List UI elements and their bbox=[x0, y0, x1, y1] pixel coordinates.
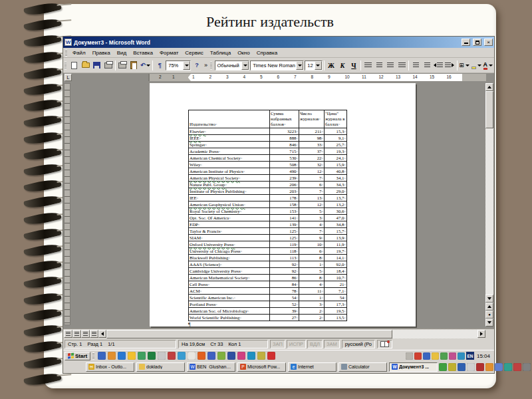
value-cell[interactable]: 29,0¤ bbox=[325, 188, 347, 195]
value-cell[interactable]: 39¤ bbox=[270, 308, 299, 315]
publisher-cell[interactable]: Cell Press¤ bbox=[189, 281, 270, 288]
value-cell[interactable]: 6¤ bbox=[299, 248, 325, 255]
save-button[interactable] bbox=[92, 60, 102, 71]
status-mode[interactable]: ИСПР bbox=[287, 340, 306, 348]
restore-button[interactable] bbox=[473, 39, 481, 46]
print-button[interactable] bbox=[103, 60, 114, 71]
value-cell[interactable]: 15,9¤ bbox=[325, 162, 347, 168]
print-preview-button[interactable] bbox=[117, 60, 128, 71]
horizontal-ruler[interactable]: 2112345678910111213141516 bbox=[148, 74, 486, 81]
value-cell[interactable]: 2¤ bbox=[299, 308, 325, 315]
value-cell[interactable]: 113¤ bbox=[270, 255, 299, 261]
table-row[interactable]: ACM¤78¤11¤7,1¤ bbox=[189, 288, 347, 295]
value-cell[interactable]: 12¤ bbox=[299, 168, 325, 175]
table-row[interactable]: EDP¤139¤4¤34,8¤ bbox=[189, 221, 347, 228]
vertical-scrollbar[interactable]: ● bbox=[485, 83, 493, 327]
publisher-cell[interactable]: Oxford University Press¤ bbox=[189, 241, 270, 248]
window-title-bar[interactable]: W Документ3 - Microsoft Word × bbox=[63, 37, 494, 48]
highlight-button[interactable] bbox=[471, 60, 482, 71]
value-cell[interactable]: 15,3¤ bbox=[325, 128, 347, 135]
value-cell[interactable]: 530¤ bbox=[270, 155, 299, 162]
tray-icon[interactable] bbox=[485, 363, 493, 371]
table-row[interactable]: World Scientific Publishing¤27¤2¤13,5¤ bbox=[189, 315, 347, 321]
value-cell[interactable]: 13,9¤ bbox=[325, 235, 347, 241]
value-cell[interactable]: 4¤ bbox=[299, 221, 325, 228]
table-row[interactable]: American Chemical Society¤530¤22¤24,1¤ bbox=[189, 155, 347, 162]
table-row[interactable]: Nature Publ. Group¤206¤6¤34,3¤ bbox=[189, 182, 347, 188]
vertical-scroll-thumb[interactable] bbox=[485, 91, 493, 128]
value-cell[interactable]: 4¤ bbox=[299, 281, 325, 288]
font-dropdown-icon[interactable] bbox=[296, 61, 303, 70]
taskbar-button[interactable]: PMicrosoft Pow... bbox=[237, 362, 286, 372]
tray-icon[interactable] bbox=[467, 363, 475, 371]
value-cell[interactable]: 13¤ bbox=[299, 195, 325, 201]
publisher-cell[interactable]: Institute of Physics Publishing¤ bbox=[189, 188, 270, 195]
publisher-cell[interactable]: EDP¤ bbox=[189, 221, 270, 228]
table-row[interactable]: Royal Society of Chemistry¤153¤5¤30,6¤ bbox=[189, 208, 347, 215]
value-cell[interactable]: 118¤ bbox=[270, 248, 299, 255]
value-cell[interactable]: 239¤ bbox=[270, 175, 299, 182]
tray-icon[interactable] bbox=[476, 363, 484, 371]
value-cell[interactable]: 52¤ bbox=[270, 301, 299, 308]
quick-launch-icon[interactable] bbox=[98, 352, 106, 360]
publisher-cell[interactable]: American Chemical Society¤ bbox=[189, 155, 270, 162]
value-cell[interactable]: 715¤ bbox=[270, 148, 299, 155]
value-cell[interactable]: 153¤ bbox=[270, 208, 299, 215]
value-cell[interactable]: 27¤ bbox=[270, 315, 299, 321]
value-cell[interactable]: 15,7¤ bbox=[325, 228, 347, 235]
toolbar-overflow-button[interactable]: » bbox=[203, 60, 209, 71]
menu-item[interactable]: Сервис bbox=[182, 49, 206, 57]
value-cell[interactable]: 846¤ bbox=[270, 142, 299, 148]
horizontal-scroll-track[interactable] bbox=[106, 330, 477, 338]
font-combo[interactable]: Times New Roman bbox=[250, 61, 304, 70]
table-row[interactable]: Oxford University Press¤119¤10¤11,9¤ bbox=[189, 241, 347, 248]
tray-icon[interactable] bbox=[458, 363, 466, 371]
zoom-combo[interactable]: 75% bbox=[166, 61, 191, 70]
table-row[interactable]: Academic Press¤715¤37¤19,3¤ bbox=[189, 148, 347, 155]
value-cell[interactable]: 2¤ bbox=[299, 315, 325, 321]
quick-launch-icon[interactable] bbox=[227, 352, 235, 360]
value-cell[interactable]: 22¤ bbox=[299, 155, 325, 162]
scroll-right-button[interactable] bbox=[477, 330, 485, 338]
value-cell[interactable]: 490¤ bbox=[270, 168, 299, 175]
value-cell[interactable]: 18,4¤ bbox=[325, 268, 347, 275]
first-line-indent-marker[interactable] bbox=[186, 74, 191, 77]
taskbar-button[interactable]: doklady bbox=[136, 362, 185, 372]
next-page-button[interactable] bbox=[485, 319, 493, 327]
publisher-cell[interactable]: American Soc. of Microbiology¤ bbox=[189, 308, 270, 315]
tray-icon[interactable] bbox=[495, 363, 503, 371]
web-layout-view-button[interactable] bbox=[72, 330, 81, 338]
value-cell[interactable]: 54¤ bbox=[270, 295, 299, 301]
quick-launch-icon[interactable] bbox=[158, 352, 166, 360]
value-cell[interactable]: 9,1¤ bbox=[325, 135, 347, 142]
paste-button[interactable] bbox=[128, 60, 139, 71]
value-cell[interactable]: 7,1¤ bbox=[325, 288, 347, 295]
tray-icon[interactable] bbox=[458, 352, 465, 360]
value-cell[interactable]: 139¤ bbox=[270, 221, 299, 228]
tray-icon[interactable] bbox=[523, 363, 531, 371]
table-row[interactable]: Blackwell Publishing¤113¤8¤14,1¤ bbox=[189, 255, 347, 261]
quick-launch-icon[interactable] bbox=[138, 352, 146, 360]
value-cell[interactable]: 203¤ bbox=[270, 188, 299, 195]
table-row[interactable]: Scientific American Inc.¤54¤1¤54¤ bbox=[189, 295, 347, 301]
publisher-cell[interactable]: Springer¤ bbox=[189, 142, 270, 148]
publisher-cell[interactable]: American Geophysical Union¤ bbox=[189, 201, 270, 208]
value-cell[interactable]: 17,3¤ bbox=[325, 301, 347, 308]
table-row[interactable]: Portland Press¤52¤3¤17,3¤ bbox=[189, 301, 347, 308]
publisher-cell[interactable]: American Mathematical Society¤ bbox=[189, 275, 270, 281]
align-center-button[interactable] bbox=[374, 60, 384, 71]
publisher-cell[interactable]: IEEE¤ bbox=[189, 135, 270, 142]
tray-icon[interactable] bbox=[432, 352, 439, 360]
value-cell[interactable]: 3¤ bbox=[299, 215, 325, 221]
menu-item[interactable]: Окно bbox=[234, 49, 253, 57]
table-row[interactable]: American Mathematical Society¤86¤8¤10,7¤ bbox=[189, 275, 347, 281]
increase-indent-button[interactable] bbox=[444, 60, 455, 71]
value-cell[interactable]: 158¤ bbox=[270, 201, 299, 208]
font-size-combo[interactable]: 12 bbox=[305, 61, 323, 70]
close-button[interactable]: × bbox=[484, 39, 493, 46]
value-cell[interactable]: 33¤ bbox=[299, 142, 325, 148]
table-row[interactable]: Taylor & Francis¤125¤7¤15,7¤ bbox=[189, 228, 347, 235]
value-cell[interactable]: 508¤ bbox=[270, 162, 299, 168]
publisher-cell[interactable]: Wiley¤ bbox=[189, 162, 270, 168]
value-cell[interactable]: 7¤ bbox=[299, 228, 325, 235]
